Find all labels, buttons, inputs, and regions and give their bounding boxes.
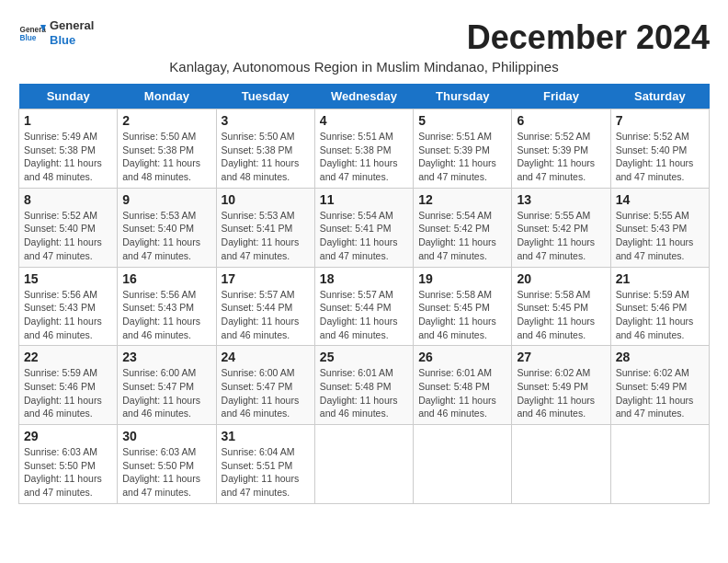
day-number: 6	[517, 113, 605, 128]
calendar-cell: 29 Sunrise: 6:03 AM Sunset: 5:50 PM Dayl…	[19, 425, 118, 504]
day-number: 1	[24, 113, 112, 128]
day-number: 3	[222, 113, 310, 128]
calendar-cell	[314, 425, 413, 504]
calendar-cell: 25 Sunrise: 6:01 AM Sunset: 5:48 PM Dayl…	[314, 346, 413, 425]
calendar-cell: 21 Sunrise: 5:59 AM Sunset: 5:46 PM Dayl…	[610, 267, 709, 346]
day-info: Sunrise: 6:03 AM Sunset: 5:50 PM Dayligh…	[24, 445, 112, 500]
calendar-cell	[610, 425, 709, 504]
logo: General Blue General Blue	[18, 18, 94, 47]
calendar-cell: 7 Sunrise: 5:52 AM Sunset: 5:40 PM Dayli…	[610, 109, 709, 189]
calendar-cell: 4 Sunrise: 5:51 AM Sunset: 5:38 PM Dayli…	[314, 109, 413, 189]
day-number: 24	[222, 350, 310, 364]
day-info: Sunrise: 5:58 AM Sunset: 5:45 PM Dayligh…	[418, 288, 506, 342]
day-number: 14	[616, 192, 704, 207]
day-number: 2	[122, 113, 210, 128]
day-info: Sunrise: 5:57 AM Sunset: 5:44 PM Dayligh…	[320, 288, 408, 342]
svg-text:Blue: Blue	[20, 33, 37, 41]
logo-icon: General Blue	[18, 19, 46, 47]
calendar-cell: 18 Sunrise: 5:57 AM Sunset: 5:44 PM Dayl…	[314, 267, 413, 346]
day-info: Sunrise: 5:54 AM Sunset: 5:42 PM Dayligh…	[418, 209, 506, 263]
day-info: Sunrise: 6:00 AM Sunset: 5:47 PM Dayligh…	[122, 366, 210, 420]
day-info: Sunrise: 6:01 AM Sunset: 5:48 PM Dayligh…	[320, 366, 408, 420]
calendar-cell: 22 Sunrise: 5:59 AM Sunset: 5:46 PM Dayl…	[19, 346, 118, 425]
day-info: Sunrise: 5:55 AM Sunset: 5:43 PM Dayligh…	[616, 209, 704, 263]
calendar-cell	[414, 425, 512, 504]
calendar-cell: 14 Sunrise: 5:55 AM Sunset: 5:43 PM Dayl…	[610, 188, 709, 267]
calendar-cell: 26 Sunrise: 6:01 AM Sunset: 5:48 PM Dayl…	[414, 346, 512, 425]
day-info: Sunrise: 6:02 AM Sunset: 5:49 PM Dayligh…	[616, 366, 704, 420]
day-info: Sunrise: 5:56 AM Sunset: 5:43 PM Dayligh…	[24, 288, 112, 342]
day-info: Sunrise: 6:01 AM Sunset: 5:48 PM Dayligh…	[418, 366, 506, 420]
day-number: 5	[418, 113, 506, 128]
calendar-cell: 12 Sunrise: 5:54 AM Sunset: 5:42 PM Dayl…	[414, 188, 512, 267]
day-number: 28	[616, 350, 704, 364]
day-info: Sunrise: 5:50 AM Sunset: 5:38 PM Dayligh…	[122, 130, 210, 184]
day-info: Sunrise: 5:52 AM Sunset: 5:40 PM Dayligh…	[616, 130, 704, 184]
day-number: 29	[24, 429, 112, 443]
calendar-cell: 20 Sunrise: 5:58 AM Sunset: 5:45 PM Dayl…	[512, 267, 610, 346]
day-info: Sunrise: 5:53 AM Sunset: 5:40 PM Dayligh…	[122, 209, 210, 263]
day-number: 10	[222, 192, 310, 207]
day-info: Sunrise: 6:02 AM Sunset: 5:49 PM Dayligh…	[517, 366, 605, 420]
calendar-cell: 11 Sunrise: 5:54 AM Sunset: 5:41 PM Dayl…	[314, 188, 413, 267]
calendar-cell: 1 Sunrise: 5:49 AM Sunset: 5:38 PM Dayli…	[19, 109, 118, 189]
weekday-header-sunday: Sunday	[19, 84, 118, 109]
day-info: Sunrise: 5:59 AM Sunset: 5:46 PM Dayligh…	[616, 288, 704, 342]
day-info: Sunrise: 5:51 AM Sunset: 5:38 PM Dayligh…	[320, 130, 408, 184]
day-number: 31	[222, 429, 310, 443]
day-number: 20	[517, 271, 605, 286]
day-number: 17	[222, 271, 310, 286]
calendar-cell: 13 Sunrise: 5:55 AM Sunset: 5:42 PM Dayl…	[512, 188, 610, 267]
calendar-cell: 30 Sunrise: 6:03 AM Sunset: 5:50 PM Dayl…	[118, 425, 216, 504]
day-number: 7	[616, 113, 704, 128]
day-info: Sunrise: 5:51 AM Sunset: 5:39 PM Dayligh…	[418, 130, 506, 184]
day-number: 13	[517, 192, 605, 207]
calendar-cell: 16 Sunrise: 5:56 AM Sunset: 5:43 PM Dayl…	[118, 267, 216, 346]
day-info: Sunrise: 5:58 AM Sunset: 5:45 PM Dayligh…	[517, 288, 605, 342]
day-info: Sunrise: 5:53 AM Sunset: 5:41 PM Dayligh…	[222, 209, 310, 263]
day-info: Sunrise: 6:03 AM Sunset: 5:50 PM Dayligh…	[122, 445, 210, 500]
day-number: 19	[418, 271, 506, 286]
day-info: Sunrise: 6:00 AM Sunset: 5:47 PM Dayligh…	[222, 366, 310, 420]
calendar-cell: 28 Sunrise: 6:02 AM Sunset: 5:49 PM Dayl…	[610, 346, 709, 425]
calendar-cell: 2 Sunrise: 5:50 AM Sunset: 5:38 PM Dayli…	[118, 109, 216, 189]
day-number: 9	[122, 192, 210, 207]
day-info: Sunrise: 5:57 AM Sunset: 5:44 PM Dayligh…	[222, 288, 310, 342]
calendar-cell: 24 Sunrise: 6:00 AM Sunset: 5:47 PM Dayl…	[216, 346, 314, 425]
location-subtitle: Kanlagay, Autonomous Region in Muslim Mi…	[18, 59, 710, 75]
day-number: 11	[320, 192, 408, 207]
weekday-header-wednesday: Wednesday	[314, 84, 413, 109]
day-number: 22	[24, 350, 112, 364]
logo-blue: Blue	[50, 33, 94, 48]
calendar-cell: 27 Sunrise: 6:02 AM Sunset: 5:49 PM Dayl…	[512, 346, 610, 425]
day-number: 16	[122, 271, 210, 286]
day-number: 30	[122, 429, 210, 443]
day-info: Sunrise: 5:56 AM Sunset: 5:43 PM Dayligh…	[122, 288, 210, 342]
weekday-header-saturday: Saturday	[610, 84, 709, 109]
day-number: 21	[616, 271, 704, 286]
weekday-header-tuesday: Tuesday	[216, 84, 314, 109]
day-info: Sunrise: 5:50 AM Sunset: 5:38 PM Dayligh…	[222, 130, 310, 184]
logo-general: General	[50, 18, 94, 33]
calendar-table: SundayMondayTuesdayWednesdayThursdayFrid…	[18, 84, 710, 504]
calendar-cell: 17 Sunrise: 5:57 AM Sunset: 5:44 PM Dayl…	[216, 267, 314, 346]
weekday-header-monday: Monday	[118, 84, 216, 109]
calendar-cell: 23 Sunrise: 6:00 AM Sunset: 5:47 PM Dayl…	[118, 346, 216, 425]
calendar-cell	[512, 425, 610, 504]
day-info: Sunrise: 6:04 AM Sunset: 5:51 PM Dayligh…	[222, 445, 310, 500]
calendar-cell: 15 Sunrise: 5:56 AM Sunset: 5:43 PM Dayl…	[19, 267, 118, 346]
month-year-title: December 2024	[467, 18, 710, 57]
calendar-cell: 8 Sunrise: 5:52 AM Sunset: 5:40 PM Dayli…	[19, 188, 118, 267]
day-number: 12	[418, 192, 506, 207]
calendar-cell: 10 Sunrise: 5:53 AM Sunset: 5:41 PM Dayl…	[216, 188, 314, 267]
day-info: Sunrise: 5:55 AM Sunset: 5:42 PM Dayligh…	[517, 209, 605, 263]
day-number: 26	[418, 350, 506, 364]
day-number: 8	[24, 192, 112, 207]
weekday-header-friday: Friday	[512, 84, 610, 109]
day-info: Sunrise: 5:52 AM Sunset: 5:40 PM Dayligh…	[24, 209, 112, 263]
day-info: Sunrise: 5:54 AM Sunset: 5:41 PM Dayligh…	[320, 209, 408, 263]
day-number: 27	[517, 350, 605, 364]
calendar-cell: 3 Sunrise: 5:50 AM Sunset: 5:38 PM Dayli…	[216, 109, 314, 189]
calendar-cell: 9 Sunrise: 5:53 AM Sunset: 5:40 PM Dayli…	[118, 188, 216, 267]
day-number: 4	[320, 113, 408, 128]
